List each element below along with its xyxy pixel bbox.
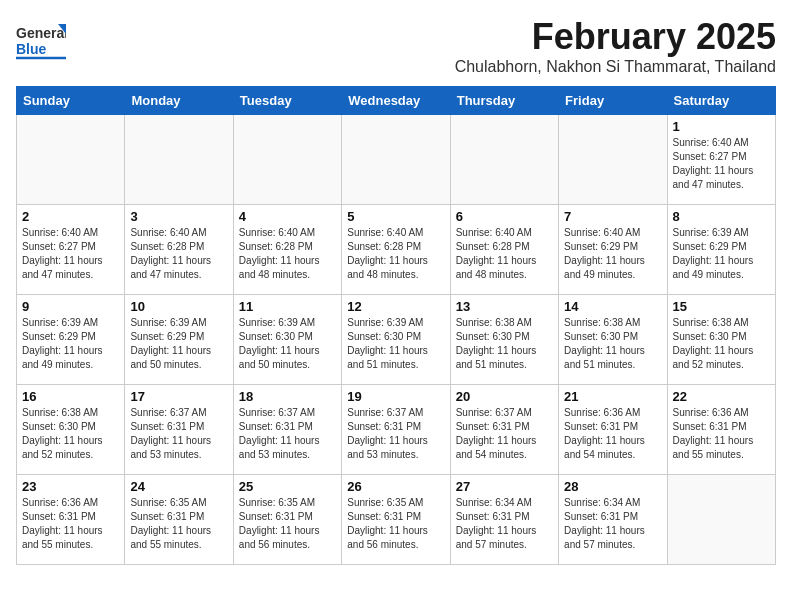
calendar-cell: 9Sunrise: 6:39 AMSunset: 6:29 PMDaylight… (17, 295, 125, 385)
calendar-cell: 12Sunrise: 6:39 AMSunset: 6:30 PMDayligh… (342, 295, 450, 385)
day-info: Sunrise: 6:36 AMSunset: 6:31 PMDaylight:… (22, 496, 119, 552)
calendar-cell: 13Sunrise: 6:38 AMSunset: 6:30 PMDayligh… (450, 295, 558, 385)
day-info: Sunrise: 6:39 AMSunset: 6:29 PMDaylight:… (130, 316, 227, 372)
calendar-cell: 20Sunrise: 6:37 AMSunset: 6:31 PMDayligh… (450, 385, 558, 475)
weekday-header-friday: Friday (559, 87, 667, 115)
calendar-week-5: 23Sunrise: 6:36 AMSunset: 6:31 PMDayligh… (17, 475, 776, 565)
calendar-cell: 4Sunrise: 6:40 AMSunset: 6:28 PMDaylight… (233, 205, 341, 295)
weekday-header-sunday: Sunday (17, 87, 125, 115)
calendar-cell: 15Sunrise: 6:38 AMSunset: 6:30 PMDayligh… (667, 295, 775, 385)
calendar-cell: 21Sunrise: 6:36 AMSunset: 6:31 PMDayligh… (559, 385, 667, 475)
calendar-cell: 1Sunrise: 6:40 AMSunset: 6:27 PMDaylight… (667, 115, 775, 205)
calendar-cell: 7Sunrise: 6:40 AMSunset: 6:29 PMDaylight… (559, 205, 667, 295)
day-info: Sunrise: 6:39 AMSunset: 6:29 PMDaylight:… (673, 226, 770, 282)
day-info: Sunrise: 6:35 AMSunset: 6:31 PMDaylight:… (130, 496, 227, 552)
logo-icon: General Blue (16, 16, 66, 66)
day-info: Sunrise: 6:37 AMSunset: 6:31 PMDaylight:… (347, 406, 444, 462)
day-info: Sunrise: 6:40 AMSunset: 6:28 PMDaylight:… (239, 226, 336, 282)
calendar-week-2: 2Sunrise: 6:40 AMSunset: 6:27 PMDaylight… (17, 205, 776, 295)
day-number: 21 (564, 389, 661, 404)
calendar-table: SundayMondayTuesdayWednesdayThursdayFrid… (16, 86, 776, 565)
day-info: Sunrise: 6:35 AMSunset: 6:31 PMDaylight:… (347, 496, 444, 552)
calendar-cell: 10Sunrise: 6:39 AMSunset: 6:29 PMDayligh… (125, 295, 233, 385)
calendar-cell (342, 115, 450, 205)
calendar-cell (559, 115, 667, 205)
day-number: 14 (564, 299, 661, 314)
title-section: February 2025 Chulabhorn, Nakhon Si Tham… (455, 16, 776, 76)
weekday-header-saturday: Saturday (667, 87, 775, 115)
calendar-cell: 26Sunrise: 6:35 AMSunset: 6:31 PMDayligh… (342, 475, 450, 565)
calendar-cell: 25Sunrise: 6:35 AMSunset: 6:31 PMDayligh… (233, 475, 341, 565)
day-info: Sunrise: 6:35 AMSunset: 6:31 PMDaylight:… (239, 496, 336, 552)
day-info: Sunrise: 6:36 AMSunset: 6:31 PMDaylight:… (673, 406, 770, 462)
weekday-header-thursday: Thursday (450, 87, 558, 115)
day-number: 23 (22, 479, 119, 494)
day-info: Sunrise: 6:40 AMSunset: 6:28 PMDaylight:… (347, 226, 444, 282)
calendar-cell: 8Sunrise: 6:39 AMSunset: 6:29 PMDaylight… (667, 205, 775, 295)
day-info: Sunrise: 6:39 AMSunset: 6:30 PMDaylight:… (347, 316, 444, 372)
day-number: 15 (673, 299, 770, 314)
day-number: 1 (673, 119, 770, 134)
day-number: 20 (456, 389, 553, 404)
calendar-week-4: 16Sunrise: 6:38 AMSunset: 6:30 PMDayligh… (17, 385, 776, 475)
svg-text:Blue: Blue (16, 41, 47, 57)
day-info: Sunrise: 6:34 AMSunset: 6:31 PMDaylight:… (564, 496, 661, 552)
calendar-cell: 17Sunrise: 6:37 AMSunset: 6:31 PMDayligh… (125, 385, 233, 475)
day-number: 13 (456, 299, 553, 314)
day-number: 22 (673, 389, 770, 404)
day-info: Sunrise: 6:37 AMSunset: 6:31 PMDaylight:… (456, 406, 553, 462)
weekday-header-tuesday: Tuesday (233, 87, 341, 115)
calendar-week-3: 9Sunrise: 6:39 AMSunset: 6:29 PMDaylight… (17, 295, 776, 385)
calendar-cell: 22Sunrise: 6:36 AMSunset: 6:31 PMDayligh… (667, 385, 775, 475)
calendar-cell (125, 115, 233, 205)
calendar-cell: 27Sunrise: 6:34 AMSunset: 6:31 PMDayligh… (450, 475, 558, 565)
day-number: 10 (130, 299, 227, 314)
calendar-cell: 2Sunrise: 6:40 AMSunset: 6:27 PMDaylight… (17, 205, 125, 295)
calendar-cell (233, 115, 341, 205)
day-info: Sunrise: 6:38 AMSunset: 6:30 PMDaylight:… (22, 406, 119, 462)
day-info: Sunrise: 6:40 AMSunset: 6:29 PMDaylight:… (564, 226, 661, 282)
day-info: Sunrise: 6:40 AMSunset: 6:28 PMDaylight:… (456, 226, 553, 282)
day-number: 9 (22, 299, 119, 314)
logo: General Blue (16, 16, 66, 66)
calendar-cell: 23Sunrise: 6:36 AMSunset: 6:31 PMDayligh… (17, 475, 125, 565)
calendar-cell (667, 475, 775, 565)
day-number: 24 (130, 479, 227, 494)
calendar-cell (17, 115, 125, 205)
calendar-cell (450, 115, 558, 205)
calendar-cell: 11Sunrise: 6:39 AMSunset: 6:30 PMDayligh… (233, 295, 341, 385)
day-info: Sunrise: 6:40 AMSunset: 6:27 PMDaylight:… (22, 226, 119, 282)
day-number: 7 (564, 209, 661, 224)
day-info: Sunrise: 6:37 AMSunset: 6:31 PMDaylight:… (130, 406, 227, 462)
calendar-cell: 3Sunrise: 6:40 AMSunset: 6:28 PMDaylight… (125, 205, 233, 295)
day-info: Sunrise: 6:39 AMSunset: 6:30 PMDaylight:… (239, 316, 336, 372)
day-number: 5 (347, 209, 444, 224)
day-number: 4 (239, 209, 336, 224)
calendar-cell: 28Sunrise: 6:34 AMSunset: 6:31 PMDayligh… (559, 475, 667, 565)
day-number: 19 (347, 389, 444, 404)
svg-text:General: General (16, 25, 66, 41)
day-number: 12 (347, 299, 444, 314)
calendar-cell: 19Sunrise: 6:37 AMSunset: 6:31 PMDayligh… (342, 385, 450, 475)
calendar-cell: 16Sunrise: 6:38 AMSunset: 6:30 PMDayligh… (17, 385, 125, 475)
calendar-cell: 14Sunrise: 6:38 AMSunset: 6:30 PMDayligh… (559, 295, 667, 385)
day-info: Sunrise: 6:38 AMSunset: 6:30 PMDaylight:… (673, 316, 770, 372)
calendar-cell: 24Sunrise: 6:35 AMSunset: 6:31 PMDayligh… (125, 475, 233, 565)
weekday-header-row: SundayMondayTuesdayWednesdayThursdayFrid… (17, 87, 776, 115)
location-title: Chulabhorn, Nakhon Si Thammarat, Thailan… (455, 58, 776, 76)
day-number: 26 (347, 479, 444, 494)
day-number: 3 (130, 209, 227, 224)
day-info: Sunrise: 6:40 AMSunset: 6:27 PMDaylight:… (673, 136, 770, 192)
day-info: Sunrise: 6:34 AMSunset: 6:31 PMDaylight:… (456, 496, 553, 552)
day-info: Sunrise: 6:38 AMSunset: 6:30 PMDaylight:… (564, 316, 661, 372)
weekday-header-monday: Monday (125, 87, 233, 115)
calendar-week-1: 1Sunrise: 6:40 AMSunset: 6:27 PMDaylight… (17, 115, 776, 205)
calendar-cell: 5Sunrise: 6:40 AMSunset: 6:28 PMDaylight… (342, 205, 450, 295)
day-number: 8 (673, 209, 770, 224)
weekday-header-wednesday: Wednesday (342, 87, 450, 115)
page-header: General Blue February 2025 Chulabhorn, N… (16, 16, 776, 76)
day-info: Sunrise: 6:37 AMSunset: 6:31 PMDaylight:… (239, 406, 336, 462)
day-number: 28 (564, 479, 661, 494)
day-info: Sunrise: 6:40 AMSunset: 6:28 PMDaylight:… (130, 226, 227, 282)
day-info: Sunrise: 6:39 AMSunset: 6:29 PMDaylight:… (22, 316, 119, 372)
